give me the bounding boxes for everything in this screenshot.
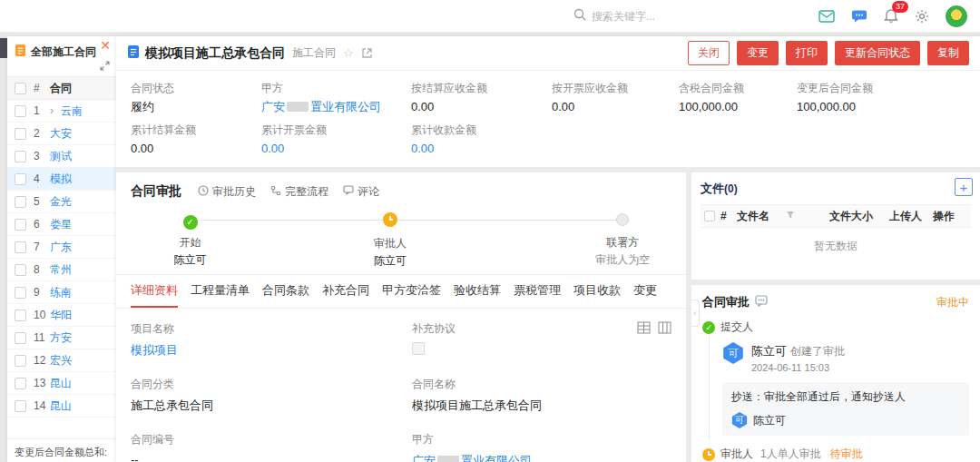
close-button[interactable]: 关闭	[688, 41, 730, 65]
step-stage: 联署方	[588, 235, 657, 251]
files-select-all-checkbox[interactable]	[704, 211, 715, 221]
settings-gear-icon[interactable]	[915, 9, 929, 24]
collapse-panel-handle[interactable]: ‹	[691, 300, 700, 327]
party-a-suffix: 置业有限公司	[461, 454, 532, 462]
contract-link[interactable]: 娄星	[50, 217, 72, 232]
row-checkbox[interactable]	[15, 219, 26, 231]
form-field-name: 合同名称 模拟项目施工总承包合同	[412, 377, 671, 414]
total-invoice-link[interactable]: 0.00	[261, 140, 402, 158]
user-avatar[interactable]	[946, 5, 967, 27]
contract-link[interactable]: 宏兴	[50, 353, 72, 369]
table-row[interactable]: 12 宏兴	[7, 349, 116, 372]
table-row[interactable]: 11 方安	[7, 327, 116, 349]
row-checkbox[interactable]	[15, 151, 26, 162]
row-checkbox[interactable]	[15, 173, 26, 185]
contract-link[interactable]: 方安	[50, 330, 72, 346]
row-checkbox[interactable]	[15, 332, 26, 344]
expand-icon[interactable]	[100, 58, 110, 74]
tab-acceptance[interactable]: 验收结算	[454, 275, 501, 308]
star-icon[interactable]: ☆	[343, 46, 354, 60]
export-icon[interactable]	[361, 47, 373, 59]
table-row[interactable]: 10 华阳	[7, 304, 116, 327]
row-checkbox[interactable]	[15, 105, 26, 117]
files-column-size: 文件大小	[829, 209, 884, 224]
contract-link[interactable]: 金光	[50, 194, 72, 210]
full-flow-link[interactable]: 完整流程	[270, 184, 328, 200]
contract-link[interactable]: 练南	[50, 285, 72, 300]
table-view-icon[interactable]	[637, 321, 651, 334]
total-settle-value: 0.00	[131, 140, 252, 158]
row-checkbox[interactable]	[15, 378, 26, 389]
party-a-link[interactable]: 广安置业有限公司	[412, 453, 671, 462]
column-view-icon[interactable]	[658, 321, 671, 334]
tab-tax[interactable]: 票税管理	[514, 275, 561, 308]
contract-link[interactable]: 昆山	[50, 376, 72, 391]
table-row-selected[interactable]: 4 模拟	[7, 168, 116, 191]
mail-icon[interactable]	[818, 9, 835, 24]
notifications-bell-icon[interactable]: 37	[884, 8, 898, 24]
project-link[interactable]: 模拟项目	[131, 342, 390, 359]
files-table-header: # 文件名 文件大小 上传人 操作	[701, 204, 971, 228]
table-row[interactable]: 2 大安	[7, 123, 116, 145]
print-button[interactable]: 打印	[786, 41, 828, 65]
update-status-button[interactable]: 更新合同状态	[835, 41, 920, 65]
global-search[interactable]	[573, 8, 691, 25]
row-checkbox[interactable]	[15, 264, 26, 276]
topbar: 37	[0, 0, 980, 33]
contract-link[interactable]: 云南	[61, 103, 83, 119]
table-row[interactable]: 3 测试	[7, 145, 116, 168]
contract-link[interactable]: 广东	[50, 240, 72, 255]
contract-link[interactable]: 昆山	[50, 398, 72, 414]
contract-list-title: 全部施工合同	[31, 44, 96, 60]
row-checkbox[interactable]	[15, 355, 26, 367]
tab-change[interactable]: 变更	[633, 275, 657, 308]
submit-time: 2024-06-11 15:03	[751, 362, 845, 373]
change-button[interactable]: 变更	[737, 41, 779, 65]
row-checkbox[interactable]	[15, 287, 26, 299]
table-row[interactable]: 13 昆山	[7, 372, 116, 395]
comment-link[interactable]: 评论	[343, 184, 379, 200]
row-expander-icon[interactable]: ›	[50, 104, 54, 117]
submitter-action: 创建了审批	[790, 345, 845, 358]
close-icon[interactable]: ✕	[100, 39, 111, 52]
tab-details[interactable]: 详细资料	[131, 275, 178, 308]
table-row[interactable]: 8 常州	[7, 259, 116, 281]
contract-link[interactable]: 华阳	[50, 308, 72, 323]
party-a-link[interactable]: 广安置业有限公司	[261, 98, 402, 116]
row-checkbox[interactable]	[15, 196, 26, 208]
contract-link[interactable]: 模拟	[50, 172, 72, 187]
supplement-checkbox[interactable]	[412, 342, 425, 355]
stage-label: 审批人	[720, 447, 753, 462]
table-row[interactable]: 6 娄星	[7, 213, 116, 236]
row-checkbox[interactable]	[15, 128, 26, 140]
table-row[interactable]: 5 金光	[7, 191, 116, 213]
tab-partya-change[interactable]: 甲方变洽签	[382, 275, 441, 308]
table-row[interactable]: 14 昆山	[7, 395, 116, 418]
copy-button[interactable]: 复制	[927, 41, 969, 65]
row-checkbox[interactable]	[15, 310, 26, 321]
chat-icon[interactable]	[851, 9, 867, 24]
row-checkbox[interactable]	[15, 241, 26, 253]
tab-receipts[interactable]: 项目收款	[573, 275, 621, 308]
tab-terms[interactable]: 合同条款	[262, 275, 309, 308]
tab-boq[interactable]: 工程量清单	[191, 275, 250, 308]
filter-icon[interactable]	[786, 210, 795, 222]
step-approver: 审批人 陈立可	[356, 212, 425, 269]
table-row[interactable]: 1 › 云南	[7, 100, 116, 123]
select-all-checkbox[interactable]	[15, 83, 26, 94]
contract-link[interactable]: 大安	[50, 126, 72, 142]
search-input[interactable]	[592, 10, 691, 23]
tab-supplement[interactable]: 补充合同	[322, 275, 369, 308]
contract-link[interactable]: 常州	[50, 262, 72, 278]
notification-badge: 37	[892, 1, 908, 13]
row-checkbox[interactable]	[15, 400, 26, 412]
total-receipt-link[interactable]: 0.00	[411, 140, 543, 158]
files-count: (0)	[724, 182, 738, 195]
comment-bubble-icon[interactable]	[755, 294, 768, 310]
approval-history-link[interactable]: 审批历史	[198, 184, 256, 200]
row-index: 4	[34, 172, 43, 185]
contract-link[interactable]: 测试	[50, 149, 72, 164]
table-row[interactable]: 9 练南	[7, 281, 116, 304]
table-row[interactable]: 7 广东	[7, 236, 116, 259]
add-file-button[interactable]: +	[955, 178, 973, 196]
